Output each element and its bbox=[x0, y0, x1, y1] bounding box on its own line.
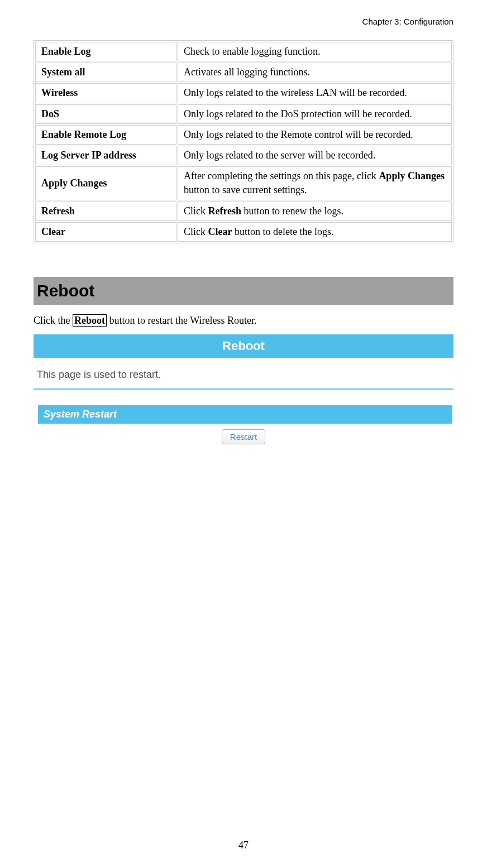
screenshot-title-bar: Reboot bbox=[34, 334, 453, 358]
page-number: 47 bbox=[0, 840, 487, 851]
section-heading: Reboot bbox=[34, 277, 453, 305]
restart-button[interactable]: Restart bbox=[222, 429, 265, 444]
text-bold: Refresh bbox=[208, 205, 241, 217]
intro-paragraph: Click the Reboot button to restart the W… bbox=[34, 315, 453, 327]
table-row-apply: Apply Changes After completing the setti… bbox=[35, 166, 452, 200]
row-desc: Check to enable logging function. bbox=[178, 42, 452, 61]
panel-body: Restart bbox=[34, 424, 453, 450]
definitions-table: Enable Log Check to enable logging funct… bbox=[34, 40, 453, 243]
page-header: Chapter 3: Configuration bbox=[34, 17, 453, 26]
text-post: button to renew the logs. bbox=[241, 205, 343, 217]
system-restart-header: System Restart bbox=[38, 405, 452, 424]
row-desc: Only logs related to the server will be … bbox=[178, 146, 452, 165]
row-desc: Click Clear button to delete the logs. bbox=[178, 222, 452, 242]
row-label: DoS bbox=[35, 104, 176, 124]
text-pre: Click bbox=[184, 226, 208, 237]
row-desc: Activates all logging functions. bbox=[178, 63, 452, 82]
table-row: Enable Remote Log Only logs related to t… bbox=[35, 125, 452, 145]
row-label: Enable Log bbox=[35, 42, 176, 61]
table-row: Wireless Only logs related to the wirele… bbox=[35, 83, 452, 103]
text-post: button to delete the logs. bbox=[232, 226, 333, 237]
row-label: Refresh bbox=[35, 202, 176, 221]
table-row: DoS Only logs related to the DoS protect… bbox=[35, 104, 452, 124]
row-desc: After completing the settings on this pa… bbox=[178, 166, 452, 200]
text-bold: Apply Changes bbox=[379, 170, 445, 181]
reboot-screenshot: Reboot This page is used to restart. Sys… bbox=[34, 334, 453, 450]
table-row: Log Server IP address Only logs related … bbox=[35, 146, 452, 165]
row-label: Apply Changes bbox=[35, 166, 176, 200]
row-label: Clear bbox=[35, 222, 176, 242]
table-row: System all Activates all logging functio… bbox=[35, 63, 452, 82]
text-pre: Click bbox=[184, 205, 208, 217]
row-label: Enable Remote Log bbox=[35, 125, 176, 145]
table-row: Enable Log Check to enable logging funct… bbox=[35, 42, 452, 61]
row-label: Wireless bbox=[35, 83, 176, 103]
table-row-refresh: Refresh Click Refresh button to renew th… bbox=[35, 202, 452, 221]
text-post: button to save current settings. bbox=[184, 184, 307, 195]
row-desc: Only logs related to the DoS protection … bbox=[178, 104, 452, 124]
screenshot-description: This page is used to restart. bbox=[34, 358, 453, 390]
text-pre: After completing the settings on this pa… bbox=[184, 170, 379, 181]
row-label: Log Server IP address bbox=[35, 146, 176, 165]
intro-post: button to restart the Wireless Router. bbox=[107, 315, 256, 326]
row-desc: Only logs related to the Remote control … bbox=[178, 125, 452, 145]
table-row-clear: Clear Click Clear button to delete the l… bbox=[35, 222, 452, 242]
row-desc: Click Refresh button to renew the logs. bbox=[178, 202, 452, 221]
text-bold: Clear bbox=[208, 226, 232, 237]
row-label: System all bbox=[35, 63, 176, 82]
intro-bold: Reboot bbox=[73, 314, 107, 327]
row-desc: Only logs related to the wireless LAN wi… bbox=[178, 83, 452, 103]
intro-pre: Click the bbox=[34, 315, 73, 326]
